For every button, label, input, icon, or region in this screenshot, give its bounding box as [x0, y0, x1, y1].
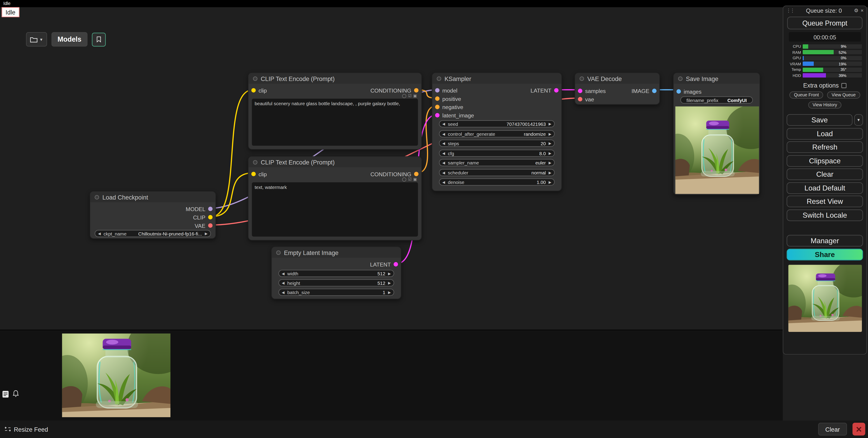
node-ksampler[interactable]: KSampler model positive negative latent_… [432, 72, 562, 191]
clip-port-icon[interactable] [251, 172, 256, 176]
conditioning-port-icon[interactable] [414, 172, 418, 176]
node-header[interactable]: Empty Latent Image [272, 247, 401, 258]
vae-port-icon[interactable] [578, 97, 583, 101]
load-button[interactable]: Load [786, 127, 863, 139]
increment-arrow-icon[interactable]: ▶ [388, 290, 391, 295]
input-positive[interactable]: positive [435, 95, 461, 102]
save-dropdown-button[interactable]: ▼ [854, 114, 863, 125]
increment-arrow-icon[interactable]: ▶ [388, 281, 391, 285]
decrement-arrow-icon[interactable]: ◀ [282, 290, 285, 295]
collapse-dot-icon[interactable] [276, 250, 281, 255]
output-clip[interactable]: CLIP [193, 214, 213, 221]
view-history-button[interactable]: View History [808, 101, 842, 109]
input-model[interactable]: model [435, 87, 458, 93]
collapse-dot-icon[interactable] [253, 76, 257, 81]
share-button[interactable]: Share [786, 249, 863, 260]
decrement-arrow-icon[interactable]: ◀ [442, 180, 445, 184]
denoise-widget[interactable]: ◀denoise1.00▶ [439, 178, 555, 186]
node-load-checkpoint[interactable]: Load Checkpoint MODEL CLIP VAE ◀ ckpt_na… [90, 191, 216, 239]
increment-arrow-icon[interactable]: ▶ [549, 122, 551, 126]
output-vae[interactable]: VAE [195, 222, 213, 229]
increment-arrow-icon[interactable]: ▶ [549, 132, 551, 136]
checkbox-icon[interactable]: ☑ [408, 94, 411, 98]
models-button[interactable]: Models [52, 32, 88, 47]
scheduler-widget[interactable]: ◀schedulernormal▶ [439, 169, 555, 176]
resize-handle-icon[interactable]: ▣ [413, 177, 417, 182]
decrement-arrow-icon[interactable]: ◀ [442, 160, 445, 165]
switch-locale-button[interactable]: Switch Locale [786, 209, 863, 221]
input-vae[interactable]: vae [578, 96, 594, 103]
cfg-widget[interactable]: ◀cfg8.0▶ [439, 150, 555, 157]
input-latent-image[interactable]: latent_image [435, 112, 474, 119]
collapse-dot-icon[interactable] [580, 76, 584, 81]
seed-widget[interactable]: ◀seed707437001421963▶ [439, 120, 555, 127]
node-save-image[interactable]: Save Image images filename_prefix ComfyU… [673, 72, 760, 195]
sidebar-image-preview[interactable] [788, 264, 862, 331]
collapse-dot-icon[interactable] [253, 160, 257, 165]
settings-gear-icon[interactable]: ⚙ [854, 7, 859, 13]
output-conditioning[interactable]: CONDITIONING [370, 171, 418, 177]
width-widget[interactable]: ◀width512▶ [278, 270, 394, 277]
output-model[interactable]: MODEL [186, 206, 213, 212]
decrement-arrow-icon[interactable]: ◀ [442, 170, 445, 175]
clip-port-icon[interactable] [251, 88, 256, 92]
checkbox-icon[interactable]: ☑ [408, 177, 411, 182]
view-queue-button[interactable]: View Queue [827, 91, 860, 99]
input-clip[interactable]: clip [251, 87, 267, 93]
increment-arrow-icon[interactable]: ▶ [549, 151, 551, 155]
decrement-arrow-icon[interactable]: ◀ [282, 271, 285, 276]
generated-image-preview[interactable] [675, 106, 759, 194]
vae-port-icon[interactable] [208, 223, 213, 228]
conditioning-port-icon[interactable] [435, 105, 440, 109]
node-header[interactable]: CLIP Text Encode (Prompt) [249, 73, 421, 84]
input-negative[interactable]: negative [435, 104, 463, 110]
output-conditioning[interactable]: CONDITIONING [370, 87, 418, 93]
increment-arrow-icon[interactable]: ▶ [205, 231, 208, 236]
input-clip[interactable]: clip [251, 171, 267, 177]
control-after-generate-widget[interactable]: ◀control_after_generaterandomize▶ [439, 130, 555, 138]
node-header[interactable]: CLIP Text Encode (Prompt) [249, 157, 421, 168]
collapse-dot-icon[interactable] [437, 76, 441, 81]
clipspace-button[interactable]: Clipspace [786, 155, 863, 166]
feed-clear-button[interactable]: Clear [818, 423, 847, 436]
image-port-icon[interactable] [677, 89, 681, 94]
increment-arrow-icon[interactable]: ▶ [549, 180, 551, 184]
model-port-icon[interactable] [435, 88, 440, 92]
increment-arrow-icon[interactable]: ▶ [388, 271, 391, 276]
decrement-arrow-icon[interactable]: ◀ [442, 151, 445, 155]
drag-handle-icon[interactable]: ⋮⋮ [786, 7, 794, 13]
conditioning-port-icon[interactable] [435, 96, 440, 101]
node-vae-decode[interactable]: VAE Decode samples vae IMAGE [575, 72, 660, 105]
increment-arrow-icon[interactable]: ▶ [549, 160, 551, 165]
node-header[interactable]: Save Image [674, 73, 760, 84]
decrement-arrow-icon[interactable]: ◀ [282, 281, 285, 285]
workflow-folder-button[interactable]: ▼ [26, 32, 47, 47]
save-workflow-button[interactable] [92, 32, 106, 46]
input-images[interactable]: images [677, 88, 702, 94]
circle-toggle-icon[interactable]: ◯ [402, 94, 406, 98]
filename-prefix-widget[interactable]: filename_prefix ComfyUI [680, 96, 753, 104]
load-default-button[interactable]: Load Default [786, 182, 863, 194]
node-clip-text-encode-negative[interactable]: CLIP Text Encode (Prompt) clip CONDITION… [248, 156, 422, 240]
model-port-icon[interactable] [208, 207, 213, 211]
latent-port-icon[interactable] [435, 113, 440, 118]
conditioning-port-icon[interactable] [414, 88, 418, 92]
decrement-arrow-icon[interactable]: ◀ [442, 141, 445, 145]
sampler-name-widget[interactable]: ◀sampler_nameeuler▶ [439, 159, 555, 166]
increment-arrow-icon[interactable]: ▶ [549, 141, 551, 145]
node-header[interactable]: Load Checkpoint [90, 192, 215, 202]
latent-port-icon[interactable] [394, 262, 398, 266]
reset-view-button[interactable]: Reset View [786, 196, 863, 207]
ckpt-name-widget[interactable]: ◀ ckpt_name Chilloutmix-Ni-pruned-fp16-f… [95, 230, 211, 237]
decrement-arrow-icon[interactable]: ◀ [98, 231, 101, 236]
node-header[interactable]: VAE Decode [575, 73, 659, 84]
node-empty-latent-image[interactable]: Empty Latent Image LATENT ◀width512▶ ◀he… [271, 246, 401, 299]
node-clip-text-encode-positive[interactable]: CLIP Text Encode (Prompt) clip CONDITION… [248, 72, 422, 150]
collapse-dot-icon[interactable] [95, 195, 99, 199]
image-port-icon[interactable] [652, 89, 657, 93]
feed-close-button[interactable]: ✕ [852, 423, 865, 436]
queue-front-button[interactable]: Queue Front [789, 91, 823, 99]
decrement-arrow-icon[interactable]: ◀ [442, 132, 445, 136]
latent-port-icon[interactable] [554, 88, 559, 92]
prompt-textarea[interactable]: text, watermark [252, 182, 418, 237]
